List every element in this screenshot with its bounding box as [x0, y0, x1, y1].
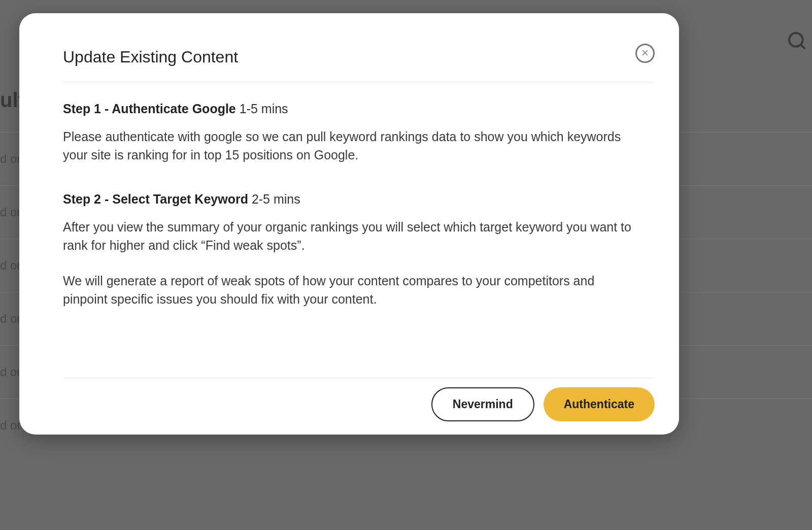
modal-header: Update Existing Content: [19, 13, 679, 82]
close-button[interactable]: [635, 44, 655, 63]
authenticate-button[interactable]: Authenticate: [544, 387, 655, 421]
close-icon: [640, 48, 650, 59]
step-1-description: Please authenticate with google so we ca…: [63, 127, 635, 164]
step-2-block: Step 2 - Select Target Keyword 2-5 mins …: [63, 192, 635, 309]
modal-body: Step 1 - Authenticate Google 1-5 mins Pl…: [19, 82, 679, 378]
step-2-heading: Step 2 - Select Target Keyword 2-5 mins: [63, 192, 635, 207]
step-1-heading: Step 1 - Authenticate Google 1-5 mins: [63, 102, 635, 116]
step-2-label: Step 2 - Select Target Keyword: [63, 192, 248, 206]
step-2-description: After you view the summary of your organ…: [63, 218, 635, 255]
modal-footer: Nevermind Authenticate: [63, 378, 655, 435]
step-1-duration: 1-5 mins: [240, 102, 288, 116]
step-2-duration: 2-5 mins: [252, 192, 300, 206]
extra-description: We will generate a report of weak spots …: [63, 272, 635, 309]
step-1-label: Step 1 - Authenticate Google: [63, 102, 236, 116]
update-content-modal: Update Existing Content Step 1 - Authent…: [19, 13, 679, 435]
modal-title: Update Existing Content: [63, 48, 238, 67]
step-1-block: Step 1 - Authenticate Google 1-5 mins Pl…: [63, 102, 635, 164]
nevermind-button[interactable]: Nevermind: [431, 387, 534, 421]
